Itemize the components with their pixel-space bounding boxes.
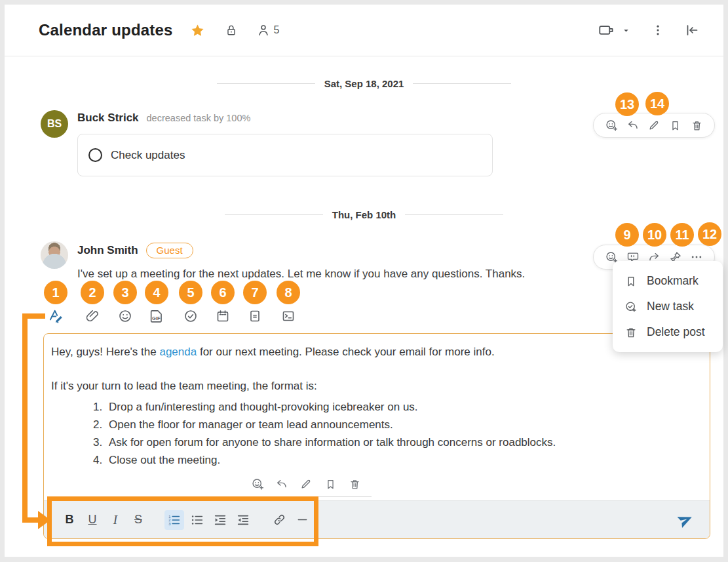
annotation-badge-3: 3: [113, 281, 137, 304]
edit-icon[interactable]: [299, 477, 313, 491]
edit-icon[interactable]: [646, 117, 662, 133]
message-text: I've set up a meeting for the next updat…: [77, 268, 525, 281]
video-call-button[interactable]: [597, 22, 617, 39]
bookmark-icon[interactable]: [668, 117, 683, 133]
lock-icon: [225, 24, 238, 37]
annotation-badge-5: 5: [179, 281, 202, 304]
agenda-link[interactable]: agenda: [159, 346, 197, 358]
members-icon[interactable]: 5: [256, 23, 280, 37]
code-snippet-icon[interactable]: [279, 307, 297, 325]
message-john-smith: John Smith Guest I've set up a meeting f…: [41, 241, 525, 281]
annotation-arrow-head: [38, 511, 50, 529]
note-icon[interactable]: [246, 307, 264, 325]
date-label: Sat, Sep 18, 2021: [324, 78, 404, 89]
svg-text:GIF: GIF: [152, 315, 161, 321]
list-item: Drop a fun/interesting and thought-provo…: [105, 398, 698, 416]
annotation-badge-4: 4: [145, 281, 168, 304]
annotation-badge-10: 10: [643, 223, 666, 247]
date-divider: Sat, Sep 18, 2021: [5, 78, 723, 89]
avatar[interactable]: [41, 241, 68, 269]
gif-icon[interactable]: GIF: [147, 307, 166, 325]
bold-button[interactable]: B: [60, 510, 79, 530]
horizontal-rule-button[interactable]: [292, 510, 312, 530]
reply-icon[interactable]: [625, 117, 641, 133]
indent-increase-button[interactable]: [210, 510, 230, 530]
svg-text:3: 3: [168, 521, 170, 525]
new-task-icon: [624, 300, 638, 313]
annotation-badge-9: 9: [615, 223, 639, 247]
task-status-circle-icon[interactable]: [88, 148, 102, 162]
screenshot-frame: Calendar updates 5 Sat, Sep 18, 2021: [0, 0, 728, 562]
attach-file-icon[interactable]: [83, 307, 102, 325]
date-divider: Thu, Feb 10th: [5, 209, 723, 220]
list-item: Open the floor for manager or team lead …: [105, 416, 698, 433]
divider-line: [244, 496, 372, 497]
delete-icon[interactable]: [689, 117, 704, 133]
task-label: Check updates: [111, 149, 185, 162]
message-hover-toolbar: [593, 113, 715, 138]
author-name: Buck Strick: [77, 111, 139, 125]
kebab-menu-icon[interactable]: [651, 23, 664, 37]
menu-item-new-task[interactable]: New task: [613, 294, 723, 319]
italic-button[interactable]: I: [105, 510, 125, 530]
message-context-menu: Bookmark New task Delete post: [613, 261, 723, 352]
message-buck-strick: BS Buck Strick decreased task by 100% Ch…: [41, 110, 493, 176]
composer-paragraph: If it's your turn to lead the team meeti…: [51, 378, 698, 395]
channel-header: Calendar updates 5: [5, 5, 723, 56]
composer-hover-toolbar: [250, 477, 362, 491]
list-item: Ask for open forum for anyone to share i…: [105, 433, 698, 451]
task-card[interactable]: Check updates: [77, 134, 493, 176]
trash-icon: [624, 326, 638, 339]
ordered-list-button[interactable]: 123: [164, 510, 184, 530]
annotation-badge-7: 7: [243, 281, 267, 304]
annotation-arrow-line: [22, 313, 45, 319]
avatar[interactable]: BS: [41, 110, 68, 138]
annotation-badge-12: 12: [698, 222, 721, 246]
composer-ordered-list: Drop a fun/interesting and thought-provo…: [51, 398, 698, 469]
annotation-badge-8: 8: [277, 281, 300, 304]
annotation-badge-1: 1: [44, 281, 67, 304]
guest-badge: Guest: [146, 243, 193, 258]
delete-icon[interactable]: [347, 477, 362, 491]
composer-paragraph: Hey, guys! Here's the agenda for our nex…: [51, 344, 698, 361]
annotation-badge-6: 6: [211, 281, 235, 304]
bullet-list-button[interactable]: [187, 510, 207, 530]
annotation-badge-11: 11: [670, 223, 694, 247]
annotation-arrow-line: [22, 517, 39, 523]
send-button[interactable]: [676, 510, 695, 530]
collapse-panel-icon[interactable]: [684, 22, 700, 38]
underline-button[interactable]: U: [83, 510, 102, 530]
annotation-badge-14: 14: [645, 92, 669, 115]
add-reaction-icon[interactable]: [603, 117, 619, 133]
author-name: John Smith: [77, 244, 138, 257]
star-icon[interactable]: [190, 23, 205, 38]
task-check-icon[interactable]: [182, 307, 200, 325]
message-meta: decreased task by 100%: [147, 113, 251, 123]
list-item: Close out the meeting.: [105, 451, 698, 469]
strikethrough-button[interactable]: S: [128, 510, 148, 530]
menu-item-label: Bookmark: [647, 274, 699, 288]
annotation-arrow-line: [22, 313, 28, 523]
calendar-icon[interactable]: [214, 307, 232, 325]
menu-item-label: Delete post: [647, 325, 705, 339]
message-composer[interactable]: Hey, guys! Here's the agenda for our nex…: [43, 333, 710, 539]
menu-item-label: New task: [647, 300, 694, 313]
annotation-badge-2: 2: [81, 281, 104, 304]
text-format-button[interactable]: [47, 307, 65, 325]
annotation-badge-13: 13: [615, 92, 639, 116]
video-call-caret-icon[interactable]: [622, 26, 630, 35]
bookmark-icon: [624, 275, 638, 288]
formatting-toolbar: B U I S 123: [44, 500, 710, 538]
add-reaction-icon[interactable]: [250, 477, 265, 491]
channel-view: Calendar updates 5 Sat, Sep 18, 2021: [5, 5, 723, 557]
menu-item-bookmark[interactable]: Bookmark: [613, 268, 723, 294]
link-button[interactable]: [269, 510, 289, 530]
bookmark-icon[interactable]: [323, 477, 337, 491]
channel-title: Calendar updates: [39, 21, 173, 39]
date-label: Thu, Feb 10th: [332, 209, 396, 220]
indent-decrease-button[interactable]: [233, 510, 253, 530]
emoji-icon[interactable]: [116, 307, 134, 325]
menu-item-delete-post[interactable]: Delete post: [613, 319, 723, 345]
composer-editor[interactable]: Hey, guys! Here's the agenda for our nex…: [44, 334, 710, 469]
reply-icon[interactable]: [275, 477, 289, 491]
